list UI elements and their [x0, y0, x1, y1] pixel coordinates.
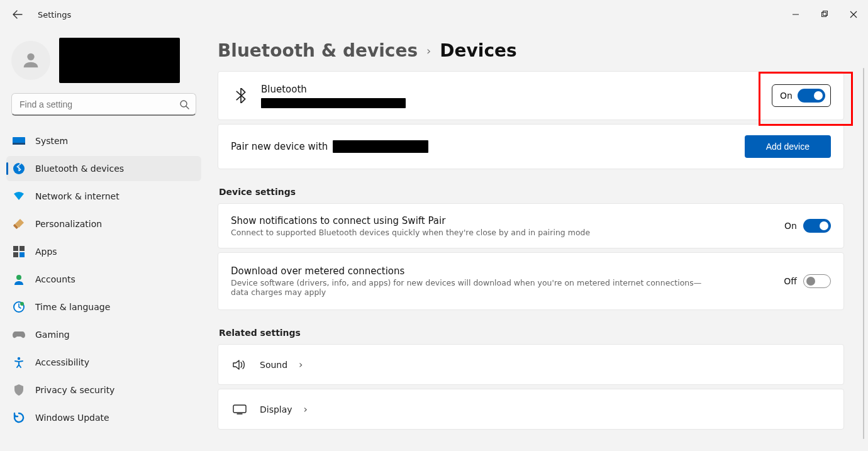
- pair-card: Pair new device with Add device: [218, 124, 844, 169]
- app-title: Settings: [38, 10, 71, 19]
- profile-block[interactable]: [0, 38, 208, 93]
- accounts-icon: [13, 273, 25, 286]
- bluetooth-row: Bluetooth On: [218, 72, 843, 120]
- sound-link-card[interactable]: Sound ›: [218, 344, 844, 385]
- metered-label: Download over metered connections: [231, 265, 774, 277]
- content: Bluetooth & devices › Devices Bluetooth …: [208, 29, 859, 451]
- svg-rect-16: [233, 405, 246, 413]
- update-icon: [13, 411, 25, 424]
- main-area: System Bluetooth & devices Network & int…: [0, 29, 868, 451]
- minimize-icon: [792, 11, 799, 18]
- metered-toggle[interactable]: [803, 274, 831, 288]
- personalization-icon: [13, 218, 25, 230]
- minimize-button[interactable]: [781, 4, 810, 25]
- user-name-redacted: [59, 38, 180, 83]
- search-input[interactable]: [18, 99, 179, 110]
- metered-row: Download over metered connections Device…: [218, 253, 843, 309]
- back-button[interactable]: [11, 8, 24, 21]
- svg-rect-5: [13, 143, 25, 145]
- accessibility-icon: [13, 356, 25, 369]
- swift-pair-sub: Connect to supported Bluetooth devices q…: [231, 228, 774, 237]
- search-input-wrap[interactable]: [11, 93, 196, 116]
- search-wrap: [0, 93, 208, 125]
- scrollbar-thumb[interactable]: [863, 68, 864, 439]
- scrollbar-track[interactable]: [859, 29, 868, 451]
- sidebar-item-label: Privacy & security: [35, 385, 114, 395]
- svg-point-2: [27, 53, 34, 60]
- person-icon: [20, 50, 42, 71]
- sidebar-item-label: Time & language: [35, 302, 110, 312]
- pair-device-name-redacted: [333, 140, 428, 153]
- swift-pair-label: Show notifications to connect using Swif…: [231, 215, 774, 226]
- search-icon: [179, 99, 189, 109]
- swift-pair-row: Show notifications to connect using Swif…: [218, 204, 843, 248]
- sidebar-item-label: Accessibility: [35, 357, 89, 367]
- back-arrow-icon: [13, 9, 23, 19]
- sidebar-item-label: Accounts: [35, 274, 75, 284]
- svg-rect-0: [822, 13, 826, 17]
- bluetooth-body: Bluetooth: [261, 84, 762, 108]
- bluetooth-lead-icon: [231, 88, 251, 103]
- bluetooth-glyph-icon: [235, 88, 247, 103]
- sidebar-item-accounts[interactable]: Accounts: [6, 267, 201, 292]
- sidebar: System Bluetooth & devices Network & int…: [0, 29, 208, 451]
- metered-toggle-state: Off: [784, 276, 797, 286]
- svg-point-12: [16, 275, 21, 280]
- close-button[interactable]: [839, 4, 868, 25]
- titlebar-left: Settings: [11, 8, 71, 21]
- pair-label: Pair new device with: [231, 141, 328, 152]
- swift-pair-toggle-group[interactable]: On: [784, 219, 831, 233]
- sidebar-item-system[interactable]: System: [6, 128, 201, 153]
- bluetooth-card: Bluetooth On: [218, 71, 844, 120]
- display-link-card[interactable]: Display ›: [218, 389, 844, 430]
- avatar: [11, 41, 50, 80]
- apps-icon: [13, 245, 25, 258]
- bluetooth-toggle[interactable]: [798, 89, 825, 103]
- sidebar-item-label: Windows Update: [35, 413, 109, 423]
- system-icon: [13, 135, 25, 147]
- sidebar-item-apps[interactable]: Apps: [6, 239, 201, 264]
- sidebar-item-gaming[interactable]: Gaming: [6, 322, 201, 347]
- breadcrumb-parent[interactable]: Bluetooth & devices: [218, 40, 418, 61]
- svg-point-15: [18, 357, 20, 360]
- pair-row: Pair new device with Add device: [218, 125, 843, 169]
- breadcrumb-current: Devices: [440, 40, 516, 61]
- sidebar-item-network[interactable]: Network & internet: [6, 184, 201, 209]
- sidebar-nav: System Bluetooth & devices Network & int…: [0, 125, 208, 430]
- gaming-icon: [13, 328, 25, 341]
- metered-card: Download over metered connections Device…: [218, 252, 844, 310]
- breadcrumb: Bluetooth & devices › Devices: [218, 40, 844, 61]
- display-link-row[interactable]: Display ›: [218, 389, 843, 429]
- sidebar-item-accessibility[interactable]: Accessibility: [6, 350, 201, 375]
- chevron-right-icon: ›: [304, 403, 308, 415]
- metered-body: Download over metered connections Device…: [231, 265, 774, 297]
- sidebar-item-bluetooth[interactable]: Bluetooth & devices: [6, 156, 201, 181]
- svg-point-14: [20, 302, 24, 306]
- swift-pair-toggle[interactable]: [803, 219, 831, 233]
- bluetooth-toggle-group[interactable]: On: [772, 84, 831, 107]
- swift-pair-card: Show notifications to connect using Swif…: [218, 203, 844, 248]
- sidebar-item-label: Apps: [35, 247, 57, 257]
- display-icon: [231, 404, 248, 415]
- section-related-settings: Related settings: [219, 328, 844, 338]
- svg-rect-1: [823, 11, 828, 16]
- sidebar-item-time[interactable]: Time & language: [6, 294, 201, 320]
- display-label: Display: [260, 404, 292, 415]
- add-device-button[interactable]: Add device: [745, 135, 831, 158]
- bluetooth-label: Bluetooth: [261, 84, 762, 95]
- sidebar-item-update[interactable]: Windows Update: [6, 405, 201, 430]
- sidebar-item-privacy[interactable]: Privacy & security: [6, 377, 201, 403]
- sidebar-item-label: Bluetooth & devices: [35, 164, 124, 174]
- swift-pair-toggle-state: On: [784, 221, 797, 231]
- maximize-button[interactable]: [810, 4, 839, 25]
- sidebar-item-label: Gaming: [35, 330, 70, 340]
- metered-toggle-group[interactable]: Off: [784, 274, 831, 288]
- chevron-right-icon: ›: [299, 359, 303, 370]
- sound-label: Sound: [260, 360, 287, 370]
- bluetooth-sub-redacted: [261, 97, 762, 108]
- svg-point-3: [181, 101, 187, 107]
- sidebar-item-personalization[interactable]: Personalization: [6, 211, 201, 237]
- sound-link-row[interactable]: Sound ›: [218, 345, 843, 384]
- bluetooth-toggle-state: On: [780, 91, 793, 101]
- sound-icon: [231, 359, 248, 370]
